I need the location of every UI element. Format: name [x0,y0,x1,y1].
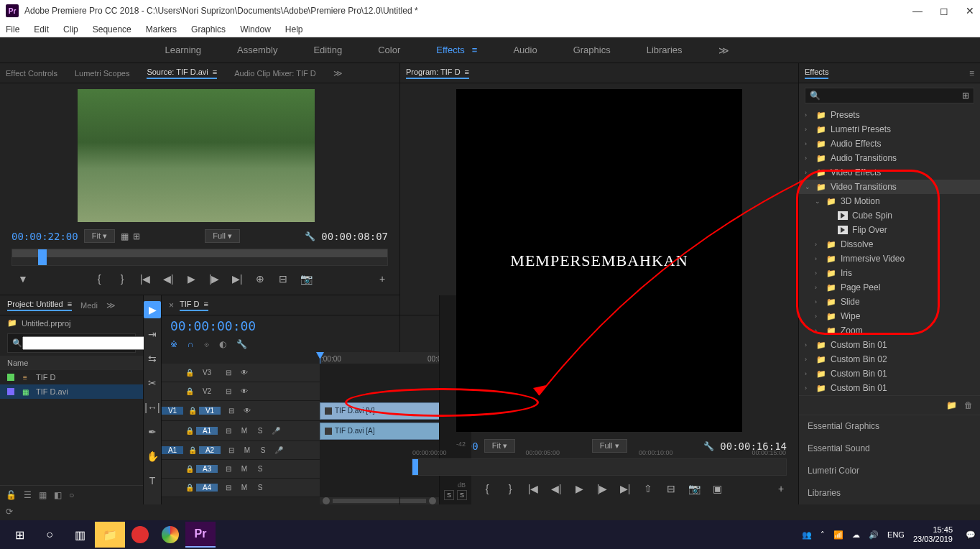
timeline-snap[interactable]: ※ [170,339,177,349]
track-select-tool[interactable]: ⇥ [144,326,161,343]
timeline-settings[interactable]: 🔧 [236,339,247,349]
panel-lumetri-color[interactable]: Lumetri Color [799,460,980,482]
cortana-button[interactable]: ○ [34,522,65,548]
program-goto-out[interactable]: ▶| [618,483,632,494]
delete-icon[interactable]: 🗑 [964,400,973,410]
effects-folder[interactable]: ›📁Video Effects [799,165,980,180]
effects-folder[interactable]: ›📁Wipe [799,309,980,323]
menu-help[interactable]: Help [285,24,303,34]
ripple-edit-tool[interactable]: ⇆ [144,350,161,367]
workspace-libraries[interactable]: Libraries [647,45,683,55]
program-step-back[interactable]: ◀| [549,483,563,494]
track-toggle[interactable]: ⊟ [222,462,235,475]
program-add-button[interactable]: + [774,483,788,494]
timeline-timecode[interactable]: 00:00:00:00 [170,318,256,333]
project-col-name[interactable]: Name [0,356,143,370]
effects-filter-icon[interactable]: ⊞ [962,91,969,101]
wifi-icon[interactable]: 📶 [833,530,843,540]
project-freeform-view[interactable]: ◧ [54,490,62,500]
effects-folder[interactable]: ›📁Presets [799,108,980,122]
project-tabs-overflow[interactable]: ≫ [106,300,116,310]
sync-icon[interactable]: ⟳ [6,507,13,517]
track-lock[interactable]: 🔒 [186,404,199,417]
program-time-ruler[interactable]: 00:00:00:00 00:00:05:00 00:00:10:00 00:0… [412,458,787,476]
effects-folder[interactable]: ›📁Custom Bin 02 [799,352,980,366]
program-extract-button[interactable]: ⊟ [664,483,678,494]
track-eye[interactable]: 👁 [238,366,251,379]
track-label-a3[interactable]: A3 [196,465,218,473]
workspace-effects[interactable]: Effects [436,45,465,55]
project-zoom-slider[interactable]: ○ [69,490,74,500]
workspace-color[interactable]: Color [378,45,400,55]
bin-icon[interactable]: 📁 [7,318,17,328]
hand-tool[interactable]: ✋ [144,448,161,465]
effects-folder[interactable]: ›📁Audio Transitions [799,151,980,165]
track-eye[interactable]: 👁 [238,384,251,397]
start-button[interactable]: ⊞ [4,522,34,548]
source-step-fwd[interactable]: |▶ [207,273,221,285]
meter-solo-r[interactable]: S [457,490,467,500]
new-bin-icon[interactable]: 📁 [946,400,957,410]
tab-timeline[interactable]: TIF D ≡ [180,300,208,311]
close-button[interactable]: ✕ [966,5,974,17]
effects-search[interactable]: 🔍 ⊞ [805,88,974,103]
workspace-graphics[interactable]: Graphics [573,45,611,55]
program-video-display[interactable]: MEMPERSEMBAHKAN [456,89,742,432]
timeline-track-area[interactable]: TIF D.avi [V] TIF D.avi [V] TIF D.avi [A… [320,364,439,497]
taskbar-clock[interactable]: 15:45 23/03/2019 [913,525,957,544]
project-rw-icon[interactable]: 🔓 [6,490,17,500]
program-goto-in[interactable]: |◀ [526,483,540,494]
source-time-ruler[interactable] [11,249,388,266]
tab-program[interactable]: Program: TIF D ≡ [406,68,469,79]
track-toggle[interactable]: ⊟ [222,481,235,494]
track-toggle[interactable]: ⊟ [222,424,235,437]
src-patch-v1[interactable]: V1 [162,407,183,415]
track-lock[interactable]: 🔒 [183,481,196,494]
track-toggle[interactable]: ⊟ [222,366,235,379]
workspace-assembly[interactable]: Assembly [237,45,277,55]
source-insert-button[interactable]: ⊕ [253,273,267,285]
source-marker-button[interactable]: ▼ [16,273,30,285]
source-goto-in[interactable]: |◀ [138,273,152,285]
notifications-icon[interactable]: 💬 [966,530,976,540]
effects-folder[interactable]: ›📁Lumetri Presets [799,122,980,137]
tab-audio-clip-mixer[interactable]: Audio Clip Mixer: TIF D [234,69,316,78]
track-label-a1[interactable]: A1 [196,427,218,435]
effect-item[interactable]: Cube Spin [799,208,980,223]
tab-effect-controls[interactable]: Effect Controls [6,69,57,78]
source-add-button[interactable]: + [375,273,389,285]
project-item[interactable]: ▦ TIF D.avi [0,384,143,399]
source-zoom-icon2[interactable]: ⊞ [133,231,140,241]
onedrive-icon[interactable]: ☁ [852,530,860,540]
effects-folder[interactable]: ›📁Dissolve [799,237,980,252]
source-fit-dropdown[interactable]: Fit ▾ [84,229,115,243]
audio-clip[interactable]: TIF D.avi [A] [320,423,439,440]
project-item[interactable]: ≡ TIF D [0,370,143,384]
source-in-button[interactable]: { [92,273,106,285]
timeline-close-tab[interactable]: × [169,300,174,310]
timeline-link[interactable]: ∩ [188,339,194,349]
project-search-input[interactable] [22,336,147,350]
program-step-fwd[interactable]: |▶ [595,483,609,494]
timeline-opt[interactable]: ◐ [219,339,226,349]
pen-tool[interactable]: ✒ [144,423,161,440]
effects-folder[interactable]: ›📁Page Peel [799,280,980,295]
effect-item[interactable]: Flip Over [799,223,980,237]
maximize-button[interactable]: ◻ [940,5,948,17]
project-icon-view[interactable]: ▦ [39,490,47,500]
effects-folder[interactable]: ›📁Custom Bin 01 [799,381,980,395]
track-eye[interactable]: 👁 [241,404,254,417]
language-indicator[interactable]: ENG [887,530,905,539]
effects-search-input[interactable] [825,91,958,100]
source-out-button[interactable]: } [115,273,129,285]
volume-icon[interactable]: 🔊 [869,530,879,540]
track-toggle[interactable]: ⊟ [225,404,238,417]
source-video-display[interactable] [78,89,315,222]
track-toggle[interactable]: ⊟ [225,443,238,456]
tab-effects[interactable]: Effects [805,68,828,79]
src-patch-a1[interactable]: A1 [162,446,183,454]
project-list-view[interactable]: ☰ [24,490,32,500]
track-label-v2[interactable]: V2 [196,387,218,395]
tray-up-icon[interactable]: ˄ [820,530,825,540]
track-lock[interactable]: 🔒 [183,462,196,475]
